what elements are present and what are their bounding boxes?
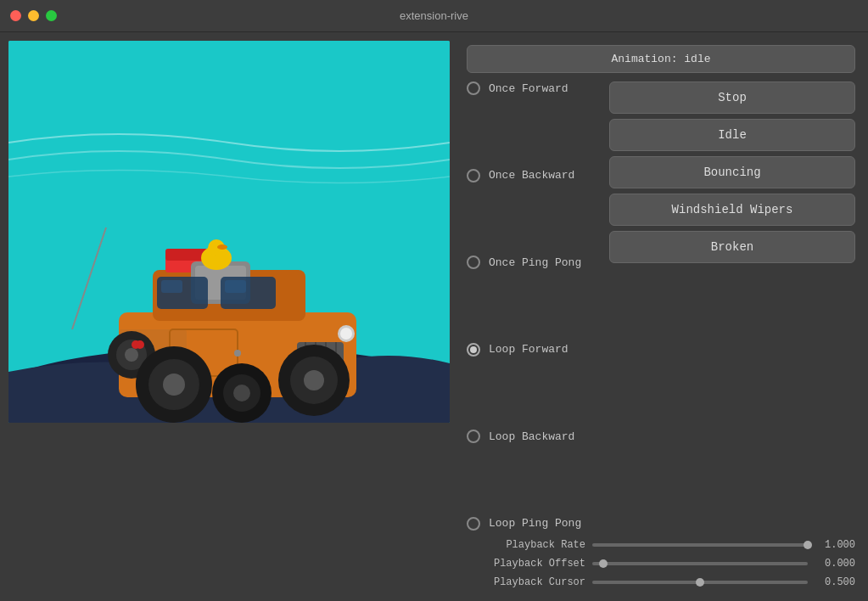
bouncing-button[interactable]: Bouncing <box>609 156 855 188</box>
playback-cursor-thumb[interactable] <box>696 578 704 587</box>
playback-cursor-row: Playback Cursor 0.500 <box>467 576 855 588</box>
playback-offset-row: Playback Offset 0.000 <box>467 558 855 570</box>
radio-loop-backward-label: Loop Backward <box>489 430 574 443</box>
svg-point-40 <box>136 340 144 349</box>
svg-point-38 <box>233 385 250 402</box>
playback-cursor-track[interactable] <box>592 581 808 584</box>
idle-button[interactable]: Idle <box>609 119 855 151</box>
minimize-button[interactable] <box>28 10 39 21</box>
radio-once-backward-circle[interactable] <box>467 169 480 183</box>
controls-columns: Once Forward Once Backward Once Ping Pon… <box>467 81 855 531</box>
animation-scene <box>8 41 450 423</box>
radio-loop-backward-circle[interactable] <box>467 430 480 443</box>
broken-button[interactable]: Broken <box>609 231 855 263</box>
svg-rect-16 <box>161 280 182 293</box>
radio-loop-ping-pong[interactable]: Loop Ping Pong <box>467 517 602 531</box>
radio-once-forward-label: Once Forward <box>489 82 568 95</box>
playback-rate-label: Playback Rate <box>467 539 585 551</box>
playback-rate-thumb[interactable] <box>804 541 812 549</box>
radio-loop-forward[interactable]: Loop Forward <box>467 343 602 357</box>
sliders-section: Playback Rate 1.000 Playback Offset 0.00… <box>467 539 855 588</box>
playback-offset-value: 0.000 <box>815 558 855 570</box>
playback-cursor-label: Playback Cursor <box>467 576 585 588</box>
close-button[interactable] <box>10 10 21 21</box>
svg-point-24 <box>340 328 352 340</box>
svg-point-29 <box>125 348 138 362</box>
window-controls[interactable] <box>10 10 57 21</box>
radio-loop-forward-label: Loop Forward <box>489 343 568 356</box>
svg-point-35 <box>163 374 185 396</box>
playback-rate-value: 1.000 <box>815 539 855 551</box>
window-title: extension-rive <box>400 9 468 22</box>
playback-offset-label: Playback Offset <box>467 558 585 570</box>
playback-rate-track[interactable] <box>592 543 808 547</box>
radio-loop-ping-pong-circle[interactable] <box>467 517 480 531</box>
controls-panel: Animation: idle Once Forward Once Backwa… <box>458 32 868 601</box>
radio-column: Once Forward Once Backward Once Ping Pon… <box>467 81 602 531</box>
main-content: Animation: idle Once Forward Once Backwa… <box>0 32 868 601</box>
svg-point-13 <box>217 244 227 250</box>
svg-point-26 <box>234 350 241 357</box>
radio-once-forward-circle[interactable] <box>467 81 480 95</box>
windshield-button[interactable]: Windshield Wipers <box>609 194 855 226</box>
radio-loop-forward-circle[interactable] <box>467 343 480 357</box>
animation-viewport <box>8 41 450 423</box>
canvas-area <box>0 32 458 601</box>
playback-offset-track[interactable] <box>592 562 808 565</box>
svg-point-32 <box>304 370 324 390</box>
radio-loop-backward[interactable]: Loop Backward <box>467 430 602 443</box>
playback-offset-thumb[interactable] <box>599 559 608 568</box>
svg-rect-17 <box>225 280 246 293</box>
titlebar: extension-rive <box>0 0 868 32</box>
radio-once-forward[interactable]: Once Forward <box>467 81 602 95</box>
radio-loop-ping-pong-label: Loop Ping Pong <box>489 517 581 530</box>
radio-once-backward-label: Once Backward <box>489 169 574 182</box>
playback-rate-row: Playback Rate 1.000 <box>467 539 855 551</box>
playback-cursor-value: 0.500 <box>815 576 855 588</box>
radio-once-ping-pong-label: Once Ping Pong <box>489 256 581 269</box>
radio-once-backward[interactable]: Once Backward <box>467 169 602 183</box>
radio-once-ping-pong-circle[interactable] <box>467 256 480 269</box>
animation-status: Animation: idle <box>467 45 855 73</box>
radio-once-ping-pong[interactable]: Once Ping Pong <box>467 256 602 269</box>
stop-button[interactable]: Stop <box>609 81 855 114</box>
buttons-column: Stop Idle Bouncing Windshield Wipers Bro… <box>609 81 855 531</box>
maximize-button[interactable] <box>46 10 57 21</box>
